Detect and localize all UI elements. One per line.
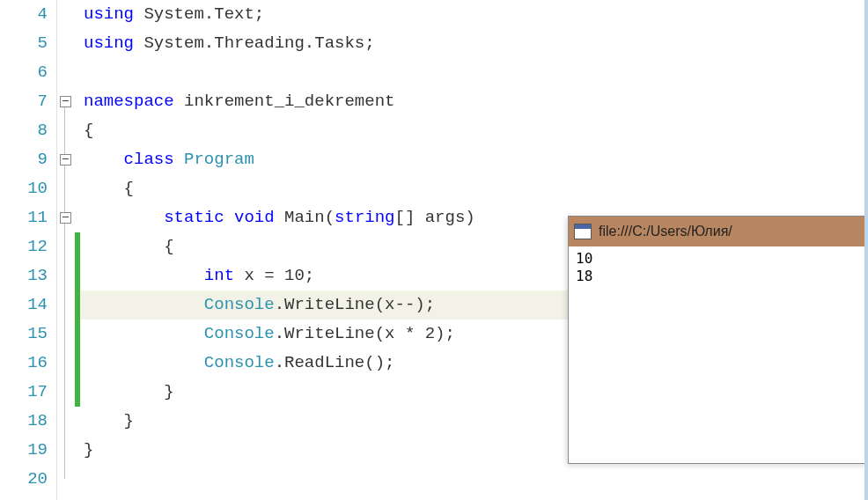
line-number: 17 [0,378,48,407]
right-border [864,0,868,500]
code-line[interactable]: namespace inkrement_i_dekrement [80,87,868,116]
line-number: 20 [0,465,48,494]
fold-toggle-icon[interactable] [60,154,71,165]
line-number: 8 [0,116,48,145]
code-line[interactable]: using System.Threading.Tasks; [80,29,868,58]
console-line: 10 [576,250,862,268]
line-number: 6 [0,58,48,87]
line-number: 10 [0,174,48,203]
console-titlebar[interactable]: file:///C:/Users/Юлия/ [569,217,868,246]
code-line[interactable]: class Program [80,145,868,174]
line-number: 12 [0,232,48,261]
line-number: 16 [0,349,48,378]
fold-toggle-icon[interactable] [60,96,71,107]
line-number: 18 [0,407,48,436]
line-number: 14 [0,290,48,320]
console-title-text: file:///C:/Users/Юлия/ [599,224,732,239]
code-line[interactable]: { [80,174,868,203]
console-line: 18 [576,268,862,285]
line-number: 4 [0,0,48,29]
line-number: 13 [0,261,48,290]
line-number: 11 [0,203,48,232]
line-number: 15 [0,320,48,349]
line-number: 5 [0,29,48,58]
fold-toggle-icon[interactable] [60,212,71,224]
line-number-gutter: 4567891011121314151617181920 [0,0,57,500]
code-line[interactable]: using System.Text; [80,0,868,29]
code-line[interactable] [80,465,868,494]
console-window[interactable]: file:///C:/Users/Юлия/ 1018 [568,216,868,464]
line-number: 19 [0,436,48,465]
console-output: 1018 [569,246,868,289]
line-number: 9 [0,145,48,174]
console-icon [574,224,592,239]
line-number: 7 [0,87,48,116]
fold-column[interactable] [57,0,75,500]
code-line[interactable]: { [80,116,868,145]
code-line[interactable] [80,58,868,87]
